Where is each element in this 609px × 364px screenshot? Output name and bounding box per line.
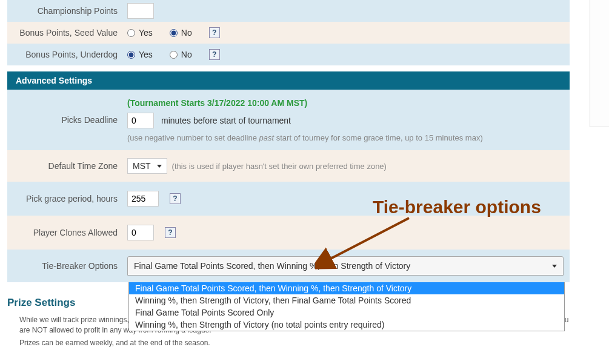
chevron-down-icon <box>552 265 557 268</box>
picks-deadline-hint: (use negative number to set deadline pas… <box>127 133 483 142</box>
picks-deadline-label: Picks Deadline <box>7 90 122 150</box>
prize-fine-print-2: Prizes can be earned weekly, and at the … <box>19 338 570 348</box>
help-icon[interactable]: ? <box>170 193 181 204</box>
bonus-seed-label: Bonus Points, Seed Value <box>7 28 122 38</box>
radio-no-label: No <box>181 28 192 38</box>
tiebreaker-select[interactable]: Final Game Total Points Scored, then Win… <box>127 256 564 276</box>
help-icon[interactable]: ? <box>209 49 220 60</box>
clones-input[interactable] <box>127 225 154 240</box>
radio-yes-label: Yes <box>139 50 153 59</box>
tiebreaker-option[interactable]: Winning %, then Strength of Victory (no … <box>129 319 564 331</box>
bonus-seed-yes-radio[interactable]: Yes <box>127 28 153 38</box>
picks-deadline-suffix: minutes before start of tournament <box>161 116 291 125</box>
radio-yes-label: Yes <box>139 28 153 38</box>
help-icon[interactable]: ? <box>165 227 176 238</box>
tiebreaker-dropdown-panel: Final Game Total Points Scored, then Win… <box>128 282 565 331</box>
bonus-underdog-no-radio[interactable]: No <box>170 50 192 59</box>
bonus-seed-no-radio[interactable]: No <box>170 28 192 38</box>
chevron-down-icon <box>157 165 162 168</box>
tiebreaker-option[interactable]: Winning %, then Strength of Victory, the… <box>129 294 564 306</box>
tournament-start-note: (Tournament Starts 3/17/2022 10:00 AM MS… <box>127 98 307 108</box>
tiebreaker-option[interactable]: Final Game Total Points Scored Only <box>129 306 564 319</box>
radio-no-label: No <box>181 50 192 59</box>
timezone-hint: (this is used if player hasn't set their… <box>172 162 387 171</box>
bonus-underdog-yes-radio[interactable]: Yes <box>127 50 153 59</box>
tiebreaker-label: Tie-Breaker Options <box>7 261 122 271</box>
default-timezone-label: Default Time Zone <box>7 161 122 171</box>
clones-label: Player Clones Allowed <box>7 228 122 237</box>
sidebar-fragment <box>590 0 609 127</box>
advanced-settings-header: Advanced Settings <box>7 71 570 90</box>
grace-period-input[interactable] <box>127 191 159 207</box>
tiebreaker-option[interactable]: Final Game Total Points Scored, then Win… <box>129 282 564 294</box>
help-icon[interactable]: ? <box>209 27 220 38</box>
bonus-underdog-label: Bonus Points, Underdog <box>7 50 122 59</box>
tiebreaker-selected-text: Final Game Total Points Scored, then Win… <box>134 261 410 271</box>
championship-points-label: Championship Points <box>7 6 122 16</box>
grace-period-label: Pick grace period, hours <box>7 194 122 204</box>
annotation-label: Tie-breaker options <box>373 197 541 217</box>
default-timezone-select[interactable]: MST <box>127 158 167 174</box>
picks-deadline-input[interactable] <box>127 113 154 128</box>
championship-points-input[interactable] <box>127 3 154 19</box>
timezone-value: MST <box>133 161 151 171</box>
